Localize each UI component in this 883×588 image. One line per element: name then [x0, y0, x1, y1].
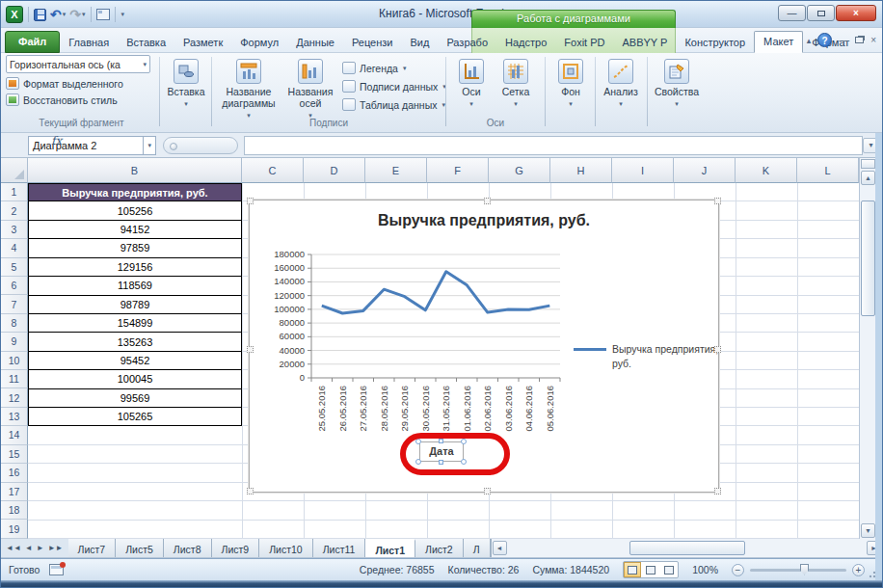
row-header-7[interactable]: 7	[1, 295, 28, 313]
next-sheet-button[interactable]: ►	[36, 544, 45, 552]
scroll-down-button[interactable]: ▼	[861, 523, 875, 538]
chart-title-button[interactable]: Название диаграммы ▾	[217, 59, 281, 121]
page-layout-view-button[interactable]	[642, 562, 659, 577]
cell-B1[interactable]: Выручка предприятия, руб.	[28, 183, 242, 201]
workbook-close-icon[interactable]: ×	[870, 35, 876, 45]
ribbon-tab-вид[interactable]: Вид	[401, 33, 438, 53]
ribbon-tab-вставка[interactable]: Вставка	[118, 33, 174, 53]
analysis-button[interactable]: Анализ ▾	[598, 59, 644, 110]
row-header-8[interactable]: 8	[1, 314, 28, 333]
cell-B3[interactable]: 94152	[28, 221, 242, 239]
column-header-I[interactable]: I	[612, 158, 674, 183]
row-header-6[interactable]: 6	[1, 277, 28, 295]
cell-B8[interactable]: 154899	[28, 314, 242, 333]
chevron-down-icon[interactable]: ▾	[147, 142, 151, 149]
chart-object[interactable]: Выручка предприятия, руб. 02000040000600…	[249, 200, 719, 493]
column-header-C[interactable]: C	[242, 158, 304, 183]
sheet-tab-лист11[interactable]: Лист11	[313, 539, 366, 557]
row-header-10[interactable]: 10	[1, 352, 28, 370]
help-icon[interactable]: ?	[817, 33, 832, 47]
sheet-tab-л[interactable]: Л	[464, 539, 491, 557]
split-handle[interactable]	[861, 159, 875, 169]
ribbon-tab-формул[interactable]: Формул	[231, 33, 287, 53]
row-header-18[interactable]: 18	[1, 501, 28, 520]
zoom-in-button[interactable]: +	[852, 564, 865, 576]
row-header-2[interactable]: 2	[1, 201, 28, 220]
sheet-tab-лист9[interactable]: Лист9	[212, 539, 260, 557]
row-header-3[interactable]: 3	[1, 221, 28, 239]
data-table-button[interactable]: Таблица данных▾	[342, 95, 446, 114]
sheet-tab-лист2[interactable]: Лист2	[415, 539, 464, 557]
cell-B9[interactable]: 135263	[28, 333, 242, 351]
cell-B13[interactable]: 105265	[28, 408, 242, 426]
scroll-up-button[interactable]: ▲	[861, 171, 875, 185]
scroll-left-button[interactable]: ◄	[493, 541, 507, 555]
minimize-button[interactable]: —	[778, 5, 806, 21]
ribbon-tab-рецензи[interactable]: Рецензи	[343, 33, 402, 53]
column-header-H[interactable]: H	[550, 158, 612, 183]
chart-legend[interactable]: Выручка предприятия, руб.	[574, 342, 720, 371]
page-break-view-button[interactable]	[660, 562, 678, 577]
maximize-button[interactable]	[807, 5, 835, 21]
format-selection-button[interactable]: Формат выделенного	[6, 77, 157, 90]
sheet-tab-лист10[interactable]: Лист10	[259, 539, 313, 557]
horizontal-scroll-thumb[interactable]	[629, 541, 745, 555]
column-header-G[interactable]: G	[489, 158, 550, 183]
sheet-tab-лист5[interactable]: Лист5	[116, 539, 164, 557]
vertical-scrollbar[interactable]: ▲ ▼	[859, 158, 875, 539]
vertical-scroll-thumb[interactable]	[861, 200, 875, 316]
fx-icon[interactable]: fx	[51, 134, 62, 147]
column-header-E[interactable]: E	[365, 158, 427, 183]
column-header-B[interactable]: B	[28, 158, 242, 183]
last-sheet-button[interactable]: ►►	[47, 544, 65, 552]
first-sheet-button[interactable]: ◄◄	[5, 544, 22, 552]
workbook-minimize-icon[interactable]: —	[839, 35, 848, 45]
row-header-13[interactable]: 13	[1, 408, 28, 426]
row-header-4[interactable]: 4	[1, 239, 28, 257]
ribbon-tab-разметк[interactable]: Разметк	[174, 33, 231, 53]
zoom-track[interactable]	[750, 569, 846, 572]
legend-button[interactable]: Легенда▾	[342, 59, 446, 77]
cell-B6[interactable]: 118569	[28, 277, 242, 295]
row-header-19[interactable]: 19	[1, 520, 28, 538]
name-box[interactable]: Диаграмма 2 ▾	[28, 136, 156, 155]
data-labels-button[interactable]: Подписи данных▾	[342, 77, 446, 95]
zoom-level[interactable]: 100%	[692, 564, 718, 575]
select-all-corner[interactable]	[1, 158, 28, 183]
column-header-K[interactable]: K	[736, 158, 797, 183]
zoom-out-button[interactable]: −	[732, 564, 744, 576]
formula-input[interactable]	[244, 136, 863, 155]
collapse-ribbon-icon[interactable]: ▴	[807, 36, 812, 45]
column-header-F[interactable]: F	[427, 158, 489, 183]
ribbon-tab-конструктор[interactable]: Конструктор	[676, 33, 754, 53]
row-header-17[interactable]: 17	[1, 483, 28, 501]
cell-B11[interactable]: 100045	[28, 370, 242, 388]
row-header-15[interactable]: 15	[1, 445, 28, 464]
cell-B5[interactable]: 129156	[28, 258, 242, 277]
insert-shapes-button[interactable]: Вставка ▾	[163, 59, 209, 110]
workbook-restore-icon[interactable]	[855, 37, 864, 43]
column-header-J[interactable]: J	[674, 158, 736, 183]
horizontal-scrollbar[interactable]: ◄ ►	[491, 539, 882, 557]
axis-titles-button[interactable]: Названия осей ▾	[282, 59, 338, 121]
row-header-14[interactable]: 14	[1, 426, 28, 444]
sheet-tab-лист8[interactable]: Лист8	[164, 539, 212, 557]
close-button[interactable]: ×	[836, 5, 876, 21]
background-button[interactable]: Фон ▾	[549, 59, 593, 110]
row-header-11[interactable]: 11	[1, 370, 28, 388]
cell-B7[interactable]: 98789	[28, 296, 242, 314]
chart-title[interactable]: Выручка предприятия, руб.	[250, 212, 718, 229]
row-header-12[interactable]: 12	[1, 388, 28, 407]
cell-B4[interactable]: 97859	[28, 239, 242, 257]
ribbon-tab-данные[interactable]: Данные	[287, 33, 343, 53]
ribbon-tab-надстро[interactable]: Надстро	[496, 33, 555, 53]
axes-button[interactable]: Оси ▾	[453, 59, 490, 110]
row-header-1[interactable]: 1	[1, 183, 28, 201]
horizontal-scroll-track[interactable]	[508, 541, 866, 555]
cell-B2[interactable]: 105256	[28, 201, 242, 220]
column-header-L[interactable]: L	[797, 158, 859, 183]
ribbon-tab-abbyy p[interactable]: ABBYY P	[614, 33, 677, 53]
ribbon-tab-foxit pd[interactable]: Foxit PD	[555, 33, 613, 53]
prev-sheet-button[interactable]: ◄	[24, 544, 34, 552]
ribbon-tab-макет[interactable]: Макет	[754, 31, 803, 53]
